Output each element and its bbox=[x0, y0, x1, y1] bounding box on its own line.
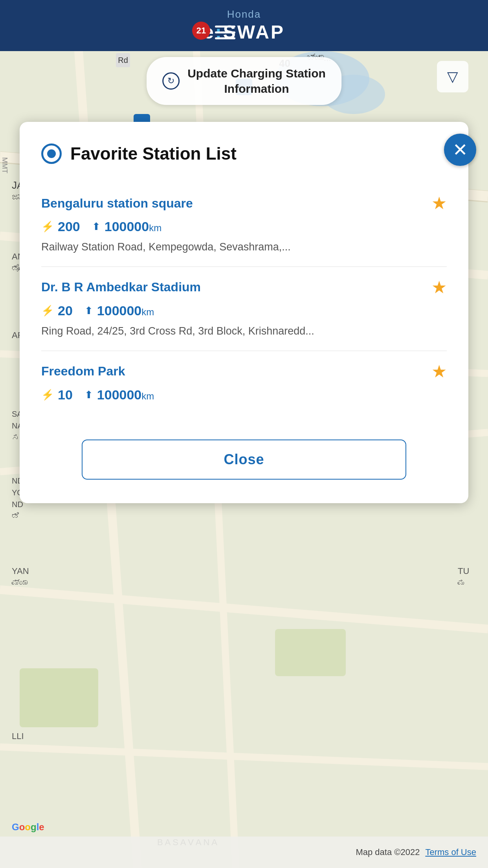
filter-button[interactable]: ▽ bbox=[437, 61, 468, 92]
battery-stat-3: ⚡ 10 bbox=[41, 387, 73, 403]
hamburger-icon[interactable] bbox=[215, 26, 235, 39]
svg-text:ಮ್ಯಾ: ಮ್ಯಾ bbox=[11, 579, 28, 587]
map-info-bar: ↻ Update Charging Station Information bbox=[147, 57, 341, 105]
distance-stat-3: ⬆ 100000km bbox=[84, 387, 154, 403]
svg-text:ಮ: ಮ bbox=[457, 579, 466, 587]
top-navigation-bar: 21 Honda e:SWAP bbox=[0, 0, 488, 51]
battery-count-2: 20 bbox=[58, 303, 73, 318]
filter-icon: ▽ bbox=[447, 68, 458, 85]
brand-name: Honda bbox=[227, 8, 261, 20]
station-stats-1: ⚡ 200 ⬆ 100000km bbox=[41, 219, 447, 234]
radio-inner-dot bbox=[47, 149, 56, 158]
distance-value-1: 100000km bbox=[105, 219, 161, 234]
close-x-icon: ✕ bbox=[453, 141, 468, 159]
favorite-station-modal: Favorite Station List Bengaluru station … bbox=[20, 122, 468, 503]
battery-icon-2: ⚡ bbox=[41, 305, 54, 317]
distance-stat-2: ⬆ 100000km bbox=[84, 303, 154, 318]
radio-icon bbox=[41, 143, 62, 164]
station-name-row-1: Bengaluru station square ★ bbox=[41, 195, 447, 212]
svg-rect-13 bbox=[20, 668, 98, 727]
map-info-text: Update Charging Station Information bbox=[187, 66, 326, 96]
battery-icon-3: ⚡ bbox=[41, 389, 54, 401]
favorite-star-3[interactable]: ★ bbox=[431, 363, 447, 380]
station-name-row-3: Freedom Park ★ bbox=[41, 363, 447, 380]
svg-text:TU: TU bbox=[458, 566, 469, 576]
navigation-icon-1: ⬆ bbox=[92, 221, 101, 233]
distance-value-3: 100000km bbox=[97, 387, 154, 403]
battery-count-3: 10 bbox=[58, 387, 73, 403]
distance-stat-1: ⬆ 100000km bbox=[92, 219, 161, 234]
modal-title-row: Favorite Station List bbox=[41, 143, 447, 164]
battery-icon-1: ⚡ bbox=[41, 221, 54, 233]
svg-rect-14 bbox=[275, 629, 346, 676]
modal-title: Favorite Station List bbox=[70, 144, 237, 164]
station-name-row-2: Dr. B R Ambedkar Stadium ★ bbox=[41, 279, 447, 296]
distance-value-2: 100000km bbox=[97, 303, 154, 318]
station-item-2[interactable]: Dr. B R Ambedkar Stadium ★ ⚡ 20 ⬆ 100000… bbox=[41, 267, 447, 351]
station-stats-3: ⚡ 10 ⬆ 100000km bbox=[41, 387, 447, 403]
battery-stat-1: ⚡ 200 bbox=[41, 219, 80, 234]
svg-text:ND: ND bbox=[12, 500, 23, 509]
close-x-button[interactable]: ✕ bbox=[444, 134, 476, 166]
favorite-star-1[interactable]: ★ bbox=[431, 195, 447, 212]
refresh-icon[interactable]: ↻ bbox=[162, 72, 180, 90]
navigation-icon-2: ⬆ bbox=[84, 305, 93, 317]
favorite-star-2[interactable]: ★ bbox=[431, 279, 447, 296]
svg-text:ಡೊ: ಡೊ bbox=[12, 264, 20, 273]
terms-of-use-link[interactable]: Terms of Use bbox=[425, 847, 476, 857]
svg-text:YAN: YAN bbox=[12, 566, 29, 576]
map-data-text: Map data ©2022 bbox=[356, 847, 420, 857]
station-stats-2: ⚡ 20 ⬆ 100000km bbox=[41, 303, 447, 318]
svg-text:ಡಿ: ಡಿ bbox=[12, 512, 20, 520]
station-item-3[interactable]: Freedom Park ★ ⚡ 10 ⬆ 100000km bbox=[41, 351, 447, 420]
svg-text:LLI: LLI bbox=[12, 731, 24, 741]
station-address-2: Ring Road, 24/25, 3rd Cross Rd, 3rd Bloc… bbox=[41, 324, 447, 339]
svg-text:Rd: Rd bbox=[118, 56, 128, 64]
battery-stat-2: ⚡ 20 bbox=[41, 303, 73, 318]
battery-count-1: 200 bbox=[58, 219, 80, 234]
station-name-1: Bengaluru station square bbox=[41, 196, 193, 211]
svg-text:MMT: MMT bbox=[1, 157, 9, 173]
station-item-1[interactable]: Bengaluru station square ★ ⚡ 200 ⬆ 10000… bbox=[41, 183, 447, 267]
station-name-3: Freedom Park bbox=[41, 364, 125, 379]
station-name-2: Dr. B R Ambedkar Stadium bbox=[41, 280, 201, 294]
map-bottom-bar: Map data ©2022 Terms of Use bbox=[0, 837, 488, 868]
svg-text:ಸ: ಸ bbox=[12, 433, 20, 442]
notification-badge: 21 bbox=[192, 22, 210, 40]
google-logo: Google bbox=[12, 822, 44, 833]
station-address-1: Railway Station Road, Kempegowda, Sevash… bbox=[41, 240, 447, 255]
close-button[interactable]: Close bbox=[82, 440, 406, 480]
navigation-icon-3: ⬆ bbox=[84, 389, 93, 401]
